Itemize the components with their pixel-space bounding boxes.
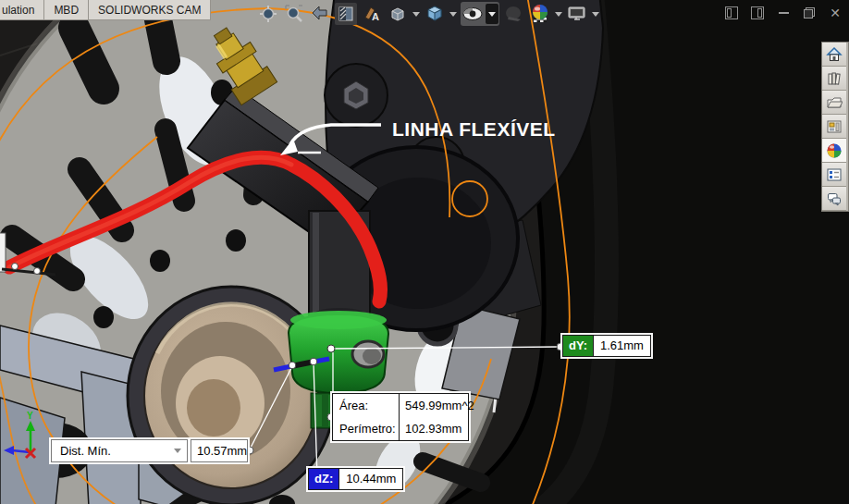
appearances-scenes-icon[interactable]	[822, 139, 846, 163]
dy-value: 1.61mm	[594, 336, 650, 356]
realview-dropdown[interactable]	[555, 12, 562, 17]
custom-properties-icon[interactable]	[822, 163, 846, 187]
perimeter-value: 102.93mm	[400, 417, 480, 440]
forum-icon[interactable]	[822, 187, 846, 211]
design-library-icon[interactable]	[822, 67, 846, 91]
annotation-label: LINHA FLEXÍVEL	[392, 118, 556, 140]
show-left-pane-icon[interactable]	[723, 6, 740, 20]
realview-icon[interactable]	[529, 3, 551, 25]
zoom-to-fit-icon[interactable]	[257, 3, 279, 25]
tab-mbd[interactable]: MBD	[44, 0, 89, 20]
svg-text:A: A	[372, 11, 379, 22]
tab-solidworks-cam[interactable]: SOLIDWORKS CAM	[89, 0, 211, 20]
minimize-button[interactable]	[775, 6, 792, 20]
measure-mode-dropdown[interactable]: Dist. Mín.	[51, 439, 188, 462]
restore-button[interactable]	[801, 6, 818, 20]
min-distance-value: 10.57mm	[197, 444, 247, 458]
view-orientation-icon[interactable]	[424, 3, 446, 25]
annotations-icon[interactable]: A	[361, 3, 383, 25]
dy-callout[interactable]: dY: 1.61mm	[562, 335, 651, 357]
view-settings-dropdown[interactable]	[592, 12, 599, 17]
tab-simulation[interactable]: ulation	[0, 0, 44, 20]
dz-callout[interactable]: dZ: 10.44mm	[308, 468, 403, 490]
chevron-down-icon	[174, 449, 181, 453]
area-perimeter-callout[interactable]: Área: 549.99mm^2 Perímetro: 102.93mm	[332, 393, 469, 441]
min-distance-field[interactable]: 10.57mm	[191, 439, 248, 462]
dy-label: dY:	[563, 336, 594, 356]
view-palette-icon[interactable]	[822, 115, 846, 139]
view-settings-icon[interactable]	[566, 3, 588, 25]
hide-show-items-icon[interactable]	[461, 3, 484, 25]
commandmanager-tabs: ulation MBD SOLIDWORKS CAM	[0, 0, 211, 20]
close-button[interactable]: ✕	[827, 6, 843, 20]
task-pane	[821, 42, 849, 212]
show-right-pane-icon[interactable]	[749, 6, 766, 20]
heads-up-toolbar: A	[257, 2, 599, 26]
zoom-to-area-icon[interactable]	[283, 3, 305, 25]
hide-show-items-group	[461, 2, 499, 26]
mindist-callout: Dist. Mín. 10.57mm	[51, 439, 248, 462]
area-label: Área:	[333, 394, 400, 417]
section-view-icon[interactable]	[335, 3, 357, 25]
display-style-icon[interactable]	[387, 3, 409, 25]
area-value: 549.99mm^2	[400, 394, 480, 417]
measure-mode-value: Dist. Mín.	[60, 444, 111, 458]
dz-value: 10.44mm	[339, 469, 402, 489]
resources-home-icon[interactable]	[822, 43, 846, 67]
view-orientation-dropdown[interactable]	[449, 12, 457, 17]
window-controls: ✕	[723, 6, 843, 20]
apply-scene-icon[interactable]	[503, 3, 525, 25]
hide-show-items-dropdown[interactable]	[486, 4, 498, 24]
triad-y-label: Y	[27, 411, 33, 421]
dz-label: dZ:	[309, 469, 339, 489]
previous-view-icon[interactable]	[309, 3, 331, 25]
solidworks-window: LINHA FLEXÍVEL Y dY: 1.61mm Área: 549.99…	[0, 0, 849, 504]
perimeter-label: Perímetro:	[333, 417, 400, 440]
display-style-dropdown[interactable]	[412, 12, 420, 17]
file-explorer-icon[interactable]	[822, 91, 846, 115]
